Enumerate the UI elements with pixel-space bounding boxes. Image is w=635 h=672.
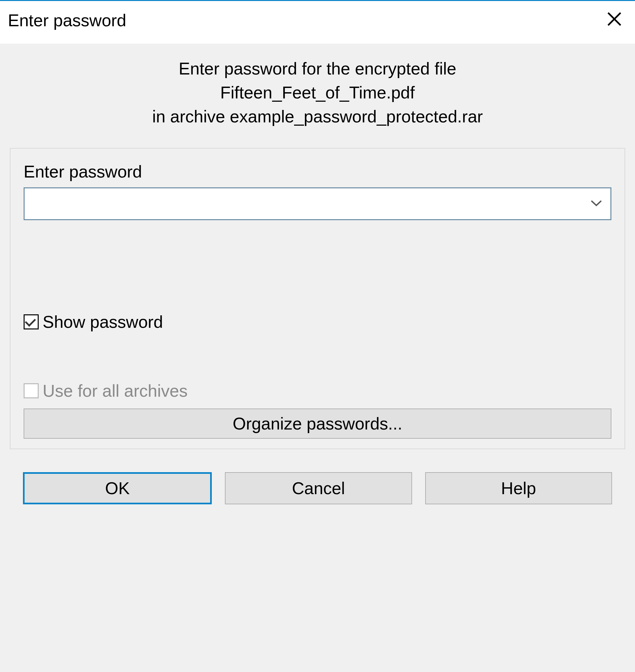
button-bar: OK Cancel Help <box>10 449 625 518</box>
password-dialog: Enter password Enter password for the en… <box>0 0 635 527</box>
password-group: Enter password Show password Use for all… <box>10 148 625 449</box>
prompt-line-3: in archive example_password_protected.ra… <box>10 105 625 129</box>
prompt-line-1: Enter password for the encrypted file <box>10 57 625 81</box>
help-button[interactable]: Help <box>425 472 612 504</box>
prompt-line-2: Fifteen_Feet_of_Time.pdf <box>10 81 625 105</box>
chevron-down-icon <box>590 199 602 207</box>
password-input[interactable] <box>24 187 611 220</box>
ok-button[interactable]: OK <box>23 472 212 504</box>
close-button[interactable] <box>601 8 627 32</box>
cancel-button[interactable]: Cancel <box>225 472 412 504</box>
close-icon <box>607 12 622 26</box>
prompt-text: Enter password for the encrypted file Fi… <box>10 57 625 128</box>
use-all-archives-checkbox <box>24 383 39 398</box>
password-input-label: Enter password <box>24 162 611 182</box>
password-input-wrapper <box>24 187 611 220</box>
show-password-row: Show password <box>24 312 611 332</box>
organize-passwords-button[interactable]: Organize passwords... <box>24 408 611 439</box>
show-password-label: Show password <box>43 312 163 332</box>
spacer <box>24 220 611 312</box>
titlebar: Enter password <box>0 1 635 44</box>
password-dropdown-button[interactable] <box>590 199 602 208</box>
use-all-archives-row: Use for all archives <box>24 381 611 401</box>
use-all-archives-label: Use for all archives <box>43 381 188 401</box>
show-password-checkbox[interactable] <box>24 314 39 330</box>
dialog-title: Enter password <box>8 10 126 30</box>
dialog-content: Enter password for the encrypted file Fi… <box>0 44 635 527</box>
